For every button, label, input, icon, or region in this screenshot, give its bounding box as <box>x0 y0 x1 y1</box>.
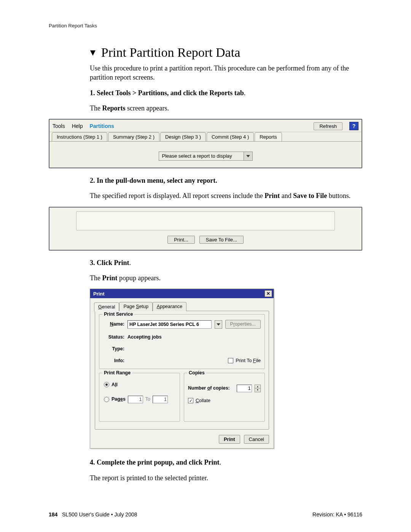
chevron-down-icon[interactable] <box>244 152 252 160</box>
radio-icon <box>104 382 109 387</box>
intro-paragraph: Use this procedure to print a partition … <box>90 64 362 82</box>
tab-appearance[interactable]: Appearance <box>153 302 186 311</box>
report-panel-screenshot: Print... Save To File... <box>49 207 362 251</box>
step-3-number: 3. <box>90 259 95 267</box>
page: Partition Report Tasks ▼ Print Partition… <box>0 0 411 532</box>
group-title-copies: Copies <box>187 370 206 376</box>
print-range-group: Print Range All Pages To <box>99 373 180 422</box>
label-name: Name: <box>103 321 124 328</box>
menu-partitions[interactable]: Partitions <box>89 123 114 129</box>
copies-group: Copies Number of copies: ▲▼ Collate <box>184 373 265 422</box>
status-value: Accepting jobs <box>127 334 162 340</box>
label-info: Info: <box>103 358 124 364</box>
spin-up-icon: ▲ <box>255 385 260 389</box>
close-icon[interactable]: ✕ <box>264 290 272 297</box>
properties-button[interactable]: Properties... <box>225 320 261 329</box>
tab-general[interactable]: General <box>94 302 119 312</box>
footer-left-text: SL500 User's Guide • July 2008 <box>62 511 137 518</box>
collate-checkbox[interactable]: Collate <box>188 398 261 404</box>
section-title-text: Print Partition Report Data <box>101 45 240 60</box>
report-panel-body <box>76 211 335 230</box>
combo-selected-value: Please select a report to display <box>159 152 244 160</box>
step-2-instruction: In the pull-down menu, select any report… <box>97 177 217 184</box>
label-type: Type: <box>103 346 124 352</box>
step-4: 4. Complete the print popup, and click P… <box>90 458 362 482</box>
spin-buttons[interactable]: ▲▼ <box>255 385 261 392</box>
menu-tools[interactable]: Tools <box>53 123 65 129</box>
printer-name-input[interactable]: HP LaserJet 3050 Series PCL 6 <box>127 320 212 329</box>
step-2: 2. In the pull-down menu, select any rep… <box>90 176 362 201</box>
dialog-titlebar: Print ✕ <box>90 289 274 298</box>
label-to: To <box>145 396 150 403</box>
menu-help[interactable]: Help <box>72 123 83 129</box>
step-3-instruction: Click Print <box>97 259 129 267</box>
chevron-down-icon[interactable] <box>215 320 222 329</box>
print-to-file-checkbox[interactable]: Print To File <box>228 358 261 364</box>
section-title: ▼ Print Partition Report Data <box>88 45 362 60</box>
step-4-result: The report is printed to the selected pr… <box>90 473 362 482</box>
tab-commit[interactable]: Commit (Step 4 ) <box>207 132 254 141</box>
radio-icon <box>104 397 109 402</box>
pages-from-input[interactable] <box>128 396 143 403</box>
step-1: 1. Select Tools > Partitions, and click … <box>90 88 362 113</box>
tab-page-setup[interactable]: Page Setup <box>119 302 152 311</box>
disclosure-triangle-icon: ▼ <box>88 48 97 58</box>
range-all-radio[interactable]: All <box>104 382 175 388</box>
page-footer: 184 SL500 User's Guide • July 2008 Revis… <box>49 511 362 518</box>
group-title-print-service: Print Service <box>102 311 134 318</box>
group-title-print-range: Print Range <box>102 370 132 376</box>
menubar: Tools Help Partitions Refresh ? <box>49 120 362 132</box>
step-1-number: 1. <box>90 89 95 97</box>
tab-reports[interactable]: Reports <box>255 132 282 141</box>
refresh-button[interactable]: Refresh <box>314 122 342 130</box>
step-3: 3. Click Print. The Print popup appears. <box>90 258 362 283</box>
step-1-instruction: Select Tools > Partitions, and click the… <box>97 89 244 97</box>
checkbox-icon <box>188 398 193 403</box>
print-dialog: Print ✕ General Page Setup Appearance Pr… <box>90 289 274 449</box>
dialog-tabs: General Page Setup Appearance <box>94 302 269 311</box>
copies-input[interactable] <box>237 385 252 392</box>
print-button[interactable]: Print... <box>167 236 195 244</box>
checkbox-icon <box>228 358 233 363</box>
tab-bar: Instructions (Step 1 ) Summary (Step 2 )… <box>49 132 362 141</box>
tab-summary[interactable]: Summary (Step 2 ) <box>108 132 159 141</box>
tab-instructions[interactable]: Instructions (Step 1 ) <box>52 132 107 141</box>
print-service-group: Print Service Name: HP LaserJet 3050 Ser… <box>99 314 265 369</box>
dialog-print-button[interactable]: Print <box>219 435 240 444</box>
label-status: Status: <box>103 334 124 340</box>
help-icon[interactable]: ? <box>349 122 358 130</box>
step-2-number: 2. <box>90 177 95 184</box>
step-4-instruction: Complete the print popup, and click Prin… <box>97 459 220 466</box>
running-head: Partition Report Tasks <box>49 23 362 29</box>
save-to-file-button[interactable]: Save To File... <box>199 236 244 244</box>
tab-design[interactable]: Design (Step 3 ) <box>160 132 206 141</box>
dialog-cancel-button[interactable]: Cancel <box>244 435 269 444</box>
pages-to-input[interactable] <box>153 396 168 403</box>
page-number: 184 <box>49 511 57 518</box>
dialog-title: Print <box>93 291 105 297</box>
range-pages-radio[interactable]: Pages To <box>104 396 175 403</box>
reports-screen-screenshot: Tools Help Partitions Refresh ? Instruct… <box>49 119 362 168</box>
step-4-number: 4. <box>90 459 95 466</box>
footer-right-text: Revision: KA • 96116 <box>312 511 362 518</box>
report-select-combo[interactable]: Please select a report to display <box>159 152 253 161</box>
spin-down-icon: ▼ <box>255 388 260 392</box>
